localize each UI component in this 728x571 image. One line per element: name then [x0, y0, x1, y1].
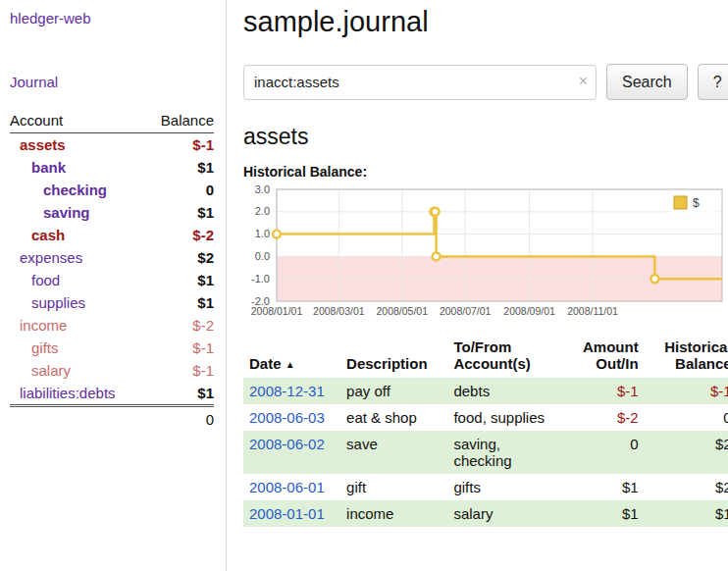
account-balance: $1 [145, 269, 214, 291]
account-link-food[interactable]: food [31, 272, 60, 288]
transaction-date-link[interactable]: 2008-01-01 [249, 505, 325, 522]
svg-text:3.0: 3.0 [255, 183, 270, 195]
historical-balance-chart: 3.02.01.00.0-1.0-2.02008/01/012008/03/01… [243, 183, 724, 323]
account-row: saving $1 [10, 201, 214, 224]
transaction-description: eat & shop [340, 404, 447, 431]
account-balance: $-1 [145, 133, 214, 157]
account-row: gifts $-1 [10, 337, 214, 359]
account-row: checking 0 [10, 179, 214, 201]
account-link-liabilities-debts[interactable]: liabilities:debts [20, 385, 116, 401]
search-button[interactable]: Search [606, 64, 688, 100]
transaction-date-link[interactable]: 2008-06-03 [249, 409, 325, 426]
transaction-description: gift [340, 474, 447, 500]
transaction-accounts: food, supplies [447, 404, 567, 431]
transaction-accounts: gifts [447, 474, 567, 500]
account-balance: $1 [145, 382, 214, 406]
svg-text:2008/01/01: 2008/01/01 [251, 305, 303, 317]
transaction-balance: $1 [645, 500, 728, 527]
account-link-income[interactable]: income [20, 317, 67, 334]
account-balance: $1 [145, 156, 214, 179]
column-header-accounts: To/From Account(s) [447, 337, 567, 378]
date-header-label: Date [249, 355, 282, 372]
register-header-row: Date ▲ Description To/From Account(s) Am… [243, 337, 728, 378]
account-row: supplies $1 [10, 291, 214, 314]
svg-text:2008/07/01: 2008/07/01 [440, 305, 492, 317]
transaction-amount: $1 [567, 474, 644, 500]
account-balance: $-2 [145, 224, 214, 246]
column-header-date[interactable]: Date ▲ [243, 337, 340, 378]
accounts-table: Account Balance assets $-1 bank $1 check… [10, 110, 214, 431]
account-link-supplies[interactable]: supplies [31, 294, 85, 311]
register-table: Date ▲ Description To/From Account(s) Am… [243, 337, 728, 527]
transaction-description: save [340, 431, 447, 474]
sidebar: hledger-web Journal Account Balance asse… [0, 0, 227, 571]
column-header-description: Description [340, 337, 447, 378]
transaction-date-link[interactable]: 2008-12-31 [249, 383, 325, 399]
account-link-assets[interactable]: assets [20, 136, 66, 153]
transaction-date-link[interactable]: 2008-06-01 [249, 479, 325, 495]
transaction-amount: 0 [567, 431, 644, 474]
account-row: food $1 [10, 269, 214, 291]
account-row: cash $-2 [10, 224, 214, 246]
account-link-cash[interactable]: cash [31, 227, 65, 243]
main-content: sample.journal × Search ? assets Histori… [227, 0, 728, 571]
clear-search-icon[interactable]: × [579, 73, 588, 90]
account-balance: 0 [145, 179, 214, 201]
account-row: assets $-1 [10, 133, 214, 157]
account-row: expenses $2 [10, 246, 214, 269]
register-row: 2008-06-01 gift gifts $1 $2 [243, 474, 728, 500]
account-link-checking[interactable]: checking [43, 182, 107, 198]
transaction-description: income [340, 500, 447, 527]
accounts-total-balance: 0 [145, 406, 214, 432]
search-input[interactable] [243, 65, 597, 100]
transaction-amount: $-2 [567, 404, 644, 431]
help-button[interactable]: ? [698, 64, 728, 100]
svg-text:2008/03/01: 2008/03/01 [313, 305, 365, 317]
transaction-amount: $1 [567, 500, 644, 527]
journal-link[interactable]: Journal [10, 74, 58, 90]
accounts-header-balance: Balance [145, 110, 214, 133]
sort-ascending-icon: ▲ [286, 359, 295, 370]
transaction-balance: $2 [645, 474, 728, 500]
account-balance: $1 [145, 291, 214, 314]
svg-text:-1.0: -1.0 [251, 273, 270, 285]
chart-title: Historical Balance: [243, 164, 728, 180]
account-balance: $-1 [145, 359, 214, 382]
svg-text:2.0: 2.0 [255, 205, 270, 217]
transaction-balance: 0 [645, 404, 728, 431]
search-box: × [243, 65, 597, 100]
column-header-amount: Amount Out/In [567, 337, 644, 378]
register-row: 2008-06-02 save saving, checking 0 $2 [243, 431, 728, 474]
hledger-web-app: hledger-web Journal Account Balance asse… [0, 0, 728, 571]
account-heading: assets [243, 124, 728, 150]
transaction-description: pay off [340, 378, 447, 404]
account-link-bank[interactable]: bank [31, 159, 66, 176]
column-header-balance: Historical Balance [645, 337, 728, 378]
transaction-amount: $-1 [567, 378, 644, 404]
account-row: salary $-1 [10, 359, 214, 382]
account-balance: $-2 [145, 314, 214, 337]
account-row: bank $1 [10, 156, 214, 179]
svg-text:1.0: 1.0 [255, 228, 270, 239]
account-link-expenses[interactable]: expenses [20, 249, 82, 266]
account-link-salary[interactable]: salary [31, 362, 71, 379]
account-link-gifts[interactable]: gifts [31, 339, 59, 356]
accounts-total-row: 0 [10, 406, 214, 432]
account-row: liabilities:debts $1 [10, 382, 214, 406]
transaction-balance: $2 [645, 431, 728, 474]
svg-text:$: $ [693, 196, 700, 210]
svg-text:2008/11/01: 2008/11/01 [567, 305, 618, 317]
register-row: 2008-01-01 income salary $1 $1 [243, 500, 728, 527]
account-balance: $1 [145, 201, 214, 224]
transaction-balance: $-1 [645, 378, 728, 404]
search-bar: × Search ? [243, 64, 728, 100]
transaction-date-link[interactable]: 2008-06-02 [249, 436, 325, 452]
account-balance: $2 [145, 246, 214, 269]
account-link-saving[interactable]: saving [43, 204, 90, 221]
accounts-header-account: Account [10, 110, 145, 133]
accounts-header-row: Account Balance [10, 110, 214, 133]
account-row: income $-2 [10, 314, 214, 337]
svg-text:0.0: 0.0 [255, 250, 270, 262]
app-title-link[interactable]: hledger-web [10, 10, 91, 26]
account-balance: $-1 [145, 337, 214, 359]
